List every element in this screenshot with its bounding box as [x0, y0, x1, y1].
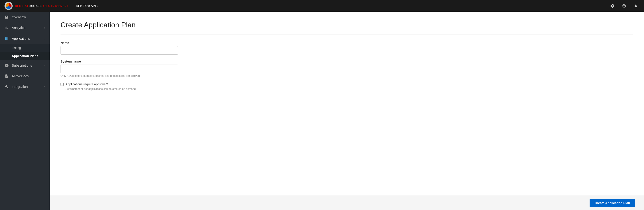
sidebar-subitem-listing[interactable]: Listing: [0, 44, 50, 52]
help-button[interactable]: [620, 2, 628, 10]
sidebar-item-overview[interactable]: Overview: [0, 12, 50, 22]
applications-submenu: Listing Application Plans: [0, 44, 50, 60]
logo-text: RED HAT 3SCALEAPI MANAGEMENT: [15, 4, 68, 8]
analytics-icon: [4, 26, 9, 30]
sidebar-item-analytics-label: Analytics: [12, 26, 25, 30]
applications-icon: [4, 36, 9, 41]
integration-chevron-icon: ›: [44, 85, 45, 88]
sidebar-item-analytics[interactable]: Analytics ›: [0, 22, 50, 33]
sidebar-item-overview-label: Overview: [12, 15, 26, 19]
sidebar-item-subscriptions[interactable]: Subscriptions ›: [0, 60, 50, 71]
main-layout: Overview Analytics › Applications ⌄: [0, 12, 644, 210]
name-field-group: Name: [60, 41, 633, 55]
integration-icon: [4, 84, 9, 89]
sidebar-item-activedocs-label: ActiveDocs: [12, 74, 29, 78]
overview-icon: [4, 15, 9, 19]
page-title: Create Application Plan: [60, 21, 633, 29]
settings-button[interactable]: [609, 2, 616, 10]
approval-field-group: Applications require approval? Set wheth…: [60, 82, 633, 90]
approval-checkbox[interactable]: [60, 83, 64, 86]
sidebar: Overview Analytics › Applications ⌄: [0, 12, 50, 210]
logo-icon: [4, 2, 13, 10]
user-button[interactable]: [632, 2, 640, 10]
logo-area: RED HAT 3SCALEAPI MANAGEMENT: [4, 2, 68, 10]
sidebar-item-integration-label: Integration: [12, 85, 28, 88]
approval-checkbox-label[interactable]: Applications require approval?: [66, 82, 108, 86]
api-selector-chevron: ▾: [97, 5, 98, 7]
name-input[interactable]: [60, 46, 178, 55]
approval-description: Set whether or not applications can be c…: [66, 88, 633, 90]
subscriptions-icon: [4, 63, 9, 68]
sidebar-subitem-application-plans[interactable]: Application Plans: [0, 52, 50, 60]
applications-chevron-icon: ⌄: [43, 37, 45, 40]
sidebar-item-applications-label: Applications: [12, 36, 30, 40]
subscriptions-chevron-icon: ›: [44, 64, 45, 67]
analytics-chevron-icon: ›: [44, 26, 45, 29]
system-name-input[interactable]: [60, 64, 178, 73]
create-application-plan-button[interactable]: Create Application Plan: [590, 199, 635, 207]
sidebar-item-applications[interactable]: Applications ⌄: [0, 33, 50, 44]
system-name-label: System name: [60, 60, 633, 63]
api-selector[interactable]: API: Echo API ▾: [74, 3, 100, 9]
top-navigation: RED HAT 3SCALEAPI MANAGEMENT API: Echo A…: [0, 0, 644, 12]
approval-checkbox-row: Applications require approval?: [60, 82, 633, 86]
name-label: Name: [60, 41, 633, 45]
title-divider: [60, 34, 633, 35]
system-name-field-group: System name Only ASCII letters, numbers,…: [60, 60, 633, 78]
sidebar-item-integration[interactable]: Integration ›: [0, 81, 50, 92]
sidebar-item-activedocs[interactable]: ActiveDocs: [0, 71, 50, 81]
activedocs-icon: [4, 74, 9, 78]
system-name-hint: Only ASCII letters, numbers, dashes and …: [60, 74, 633, 78]
footer-action-bar: Create Application Plan: [50, 196, 644, 210]
api-selector-label: API: Echo API: [76, 4, 96, 8]
sidebar-item-subscriptions-label: Subscriptions: [12, 64, 32, 67]
main-content: Create Application Plan Name System name…: [50, 12, 644, 210]
top-nav-actions: [609, 2, 640, 10]
